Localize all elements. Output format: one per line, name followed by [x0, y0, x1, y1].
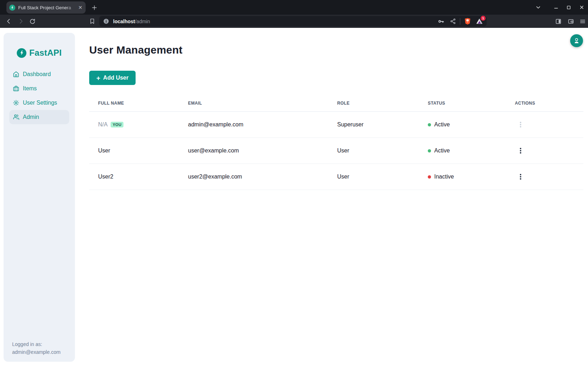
plus-icon: + — [96, 75, 100, 81]
column-header-actions: ACTIONS — [506, 101, 583, 106]
url-host: localhost — [113, 19, 135, 24]
cell-email: user@example.com — [179, 147, 328, 154]
browser-titlebar: Full Stack Project Genera ✕ — [0, 0, 588, 15]
cell-email: admin@example.com — [179, 121, 328, 128]
logged-in-label: Logged in as: — [12, 340, 61, 348]
status-dot — [428, 149, 431, 152]
you-badge: YOU — [111, 122, 124, 127]
rewards-badge: 1 — [481, 16, 486, 21]
sidebar-item-items[interactable]: Items — [9, 81, 69, 96]
window-minimize-icon[interactable] — [552, 4, 559, 11]
fastapi-logo-icon — [17, 48, 26, 58]
logged-in-info: Logged in as: admin@example.com — [12, 340, 61, 356]
cell-status: Active — [419, 147, 506, 154]
gear-icon — [13, 100, 19, 106]
row-actions-menu-icon[interactable] — [515, 171, 526, 182]
back-icon[interactable] — [4, 17, 13, 26]
cell-full-name: User2 — [89, 174, 179, 180]
sidebar-item-user-settings[interactable]: User Settings — [9, 96, 69, 110]
column-header-role: ROLE — [328, 101, 419, 106]
sidebar-item-dashboard[interactable]: Dashboard — [9, 67, 69, 81]
forward-icon[interactable] — [16, 17, 25, 26]
column-header-status: STATUS — [419, 101, 506, 106]
row-actions-menu-icon — [515, 119, 526, 130]
users-table: FULL NAME EMAIL ROLE STATUS ACTIONS N/A … — [89, 95, 583, 190]
table-row: User2 user2@example.com User Inactive — [89, 164, 583, 190]
bookmark-icon[interactable] — [88, 17, 97, 26]
status-text: Active — [434, 147, 450, 154]
cell-role: Superuser — [328, 121, 419, 128]
browser-tab[interactable]: Full Stack Project Genera ✕ — [6, 1, 86, 14]
status-dot — [428, 175, 431, 179]
column-header-full-name: FULL NAME — [89, 101, 179, 106]
password-key-icon[interactable] — [436, 17, 446, 26]
tab-close-icon[interactable]: ✕ — [77, 4, 83, 11]
sidebar: FastAPI Dashboard Items User Settings Ad… — [4, 33, 75, 362]
browser-toolbar: localhost/admin 1 — [0, 15, 588, 28]
menu-hamburger-icon[interactable] — [578, 17, 587, 26]
briefcase-icon — [13, 85, 19, 92]
url-path: /admin — [135, 19, 150, 24]
cell-full-name: N/A — [98, 121, 108, 128]
add-user-label: Add User — [103, 75, 128, 81]
sidebar-panel-icon[interactable] — [554, 17, 563, 26]
window-close-icon[interactable] — [578, 4, 585, 11]
sidebar-item-label: Dashboard — [23, 71, 51, 77]
column-header-email: EMAIL — [179, 101, 328, 106]
main-panel: User Management + Add User FULL NAME EMA… — [89, 28, 583, 190]
cell-status: Active — [419, 121, 506, 128]
cell-email: user2@example.com — [179, 174, 328, 180]
app-content: FastAPI Dashboard Items User Settings Ad… — [0, 28, 588, 366]
cell-role: User — [328, 174, 419, 180]
status-text: Inactive — [434, 174, 454, 180]
fastapi-logo: FastAPI — [4, 48, 75, 58]
sidebar-nav: Dashboard Items User Settings Admin — [4, 67, 75, 124]
status-text: Active — [434, 121, 450, 128]
share-icon[interactable] — [448, 17, 457, 26]
logged-in-email: admin@example.com — [12, 348, 61, 356]
reload-icon[interactable] — [28, 17, 37, 26]
row-actions-menu-icon[interactable] — [515, 145, 526, 156]
toolbar-divider — [460, 18, 460, 25]
tab-title: Full Stack Project Genera — [18, 5, 77, 10]
cell-role: User — [328, 147, 419, 154]
sidebar-item-admin[interactable]: Admin — [9, 110, 69, 124]
brave-shield-icon[interactable] — [463, 17, 472, 26]
sidebar-item-label: Items — [23, 85, 37, 92]
status-dot — [428, 123, 431, 126]
table-row: N/A YOU admin@example.com Superuser Acti… — [89, 112, 583, 138]
new-tab-button[interactable] — [90, 4, 98, 11]
page-title: User Management — [89, 44, 583, 56]
table-header-row: FULL NAME EMAIL ROLE STATUS ACTIONS — [89, 95, 583, 112]
url-bar[interactable]: localhost/admin 1 — [99, 16, 487, 26]
fastapi-logo-text: FastAPI — [29, 48, 62, 58]
url-text: localhost/admin — [113, 19, 436, 24]
home-icon — [13, 71, 19, 77]
tab-search-chevron-icon[interactable] — [534, 4, 542, 11]
cell-full-name: User — [89, 147, 179, 154]
add-user-button[interactable]: + Add User — [89, 71, 136, 85]
wallet-icon[interactable] — [566, 17, 575, 26]
sidebar-item-label: User Settings — [23, 100, 57, 106]
sidebar-item-label: Admin — [23, 114, 39, 120]
site-info-icon[interactable] — [103, 18, 110, 25]
cell-status: Inactive — [419, 174, 506, 180]
users-icon — [13, 114, 19, 120]
window-maximize-icon[interactable] — [565, 4, 572, 11]
fastapi-favicon-icon — [9, 5, 15, 11]
table-row: User user@example.com User Active — [89, 138, 583, 164]
